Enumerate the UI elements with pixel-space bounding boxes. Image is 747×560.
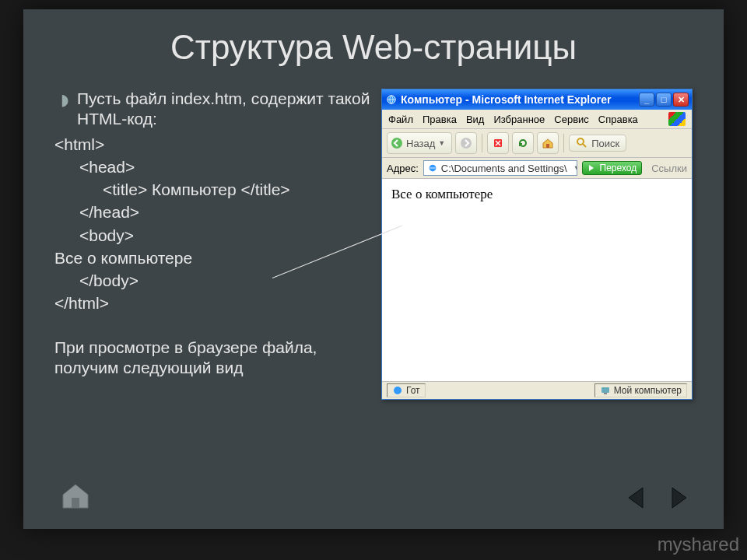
- svg-point-7: [394, 387, 402, 394]
- close-button[interactable]: ✕: [673, 93, 689, 107]
- svg-rect-4: [546, 144, 549, 148]
- menu-bar: Файл Правка Вид Избранное Сервис Справка: [382, 110, 692, 129]
- ie-window: Компьютер - Microsoft Internet Explorer …: [381, 89, 693, 400]
- watermark: myshared: [658, 534, 739, 555]
- note-text: При просмотре в браузере файла, получим …: [54, 338, 374, 379]
- address-value: C:\Documents and Settings\: [441, 163, 567, 174]
- menu-favorites[interactable]: Избранное: [493, 114, 545, 125]
- ie-page-icon: [427, 163, 438, 173]
- menu-help[interactable]: Справка: [598, 114, 638, 125]
- menu-edit[interactable]: Правка: [423, 114, 457, 125]
- bullet-item: ◗ Пусть файл index.htm, содержит такой H…: [61, 89, 374, 130]
- refresh-button[interactable]: [512, 132, 534, 154]
- search-button[interactable]: Поиск: [569, 135, 626, 152]
- search-label: Поиск: [591, 138, 619, 149]
- code-line-8: </html>: [54, 293, 374, 313]
- computer-icon: [600, 385, 611, 396]
- svg-rect-9: [604, 393, 607, 394]
- status-ready: Гот: [387, 383, 426, 397]
- content-row: ◗ Пусть файл index.htm, содержит такой H…: [54, 89, 693, 400]
- chevron-down-icon: ▼: [438, 139, 445, 147]
- nav-buttons: [619, 484, 696, 512]
- svg-point-1: [391, 138, 402, 149]
- svg-point-5: [577, 138, 584, 145]
- page-content: Все о компьютере: [391, 187, 493, 201]
- windows-flag-icon: [668, 112, 686, 126]
- code-line-4: </head>: [79, 202, 374, 222]
- code-line-2: <head>: [79, 157, 374, 177]
- back-label: Назад: [406, 138, 435, 149]
- stop-button[interactable]: [487, 132, 509, 154]
- window-controls: _ □ ✕: [639, 93, 689, 107]
- go-button[interactable]: Переход: [582, 161, 643, 175]
- menu-view[interactable]: Вид: [466, 114, 485, 125]
- status-bar: Гот Мой компьютер: [382, 381, 692, 399]
- slide: Структура Web-страницы ◗ Пусть файл inde…: [23, 9, 724, 529]
- home-button[interactable]: [537, 132, 559, 154]
- bullet-icon: ◗: [61, 90, 69, 110]
- svg-point-2: [461, 138, 472, 149]
- go-label: Переход: [600, 163, 637, 173]
- menu-file[interactable]: Файл: [388, 114, 413, 125]
- left-column: ◗ Пусть файл index.htm, содержит такой H…: [54, 89, 374, 400]
- menu-tools[interactable]: Сервис: [554, 114, 589, 125]
- slide-title: Структура Web-страницы: [54, 28, 693, 67]
- code-line-3: <title> Компьютер </title>: [103, 180, 374, 200]
- bullet-text: Пусть файл index.htm, содержит такой HTM…: [77, 89, 374, 130]
- svg-rect-10: [72, 498, 79, 508]
- address-label: Адрес:: [387, 163, 419, 174]
- address-bar: Адрес: C:\Documents and Settings\ ▼ Пере…: [382, 158, 692, 179]
- code-line-5: <body>: [79, 226, 374, 246]
- address-input[interactable]: C:\Documents and Settings\ ▼: [423, 160, 577, 176]
- svg-rect-8: [601, 387, 609, 393]
- maximize-button[interactable]: □: [656, 93, 672, 107]
- links-label[interactable]: Ссылки: [647, 163, 687, 174]
- nav-prev-button[interactable]: [619, 484, 652, 512]
- code-line-7: </body>: [79, 271, 374, 291]
- chevron-down-icon[interactable]: ▼: [573, 164, 577, 172]
- minimize-button[interactable]: _: [639, 93, 654, 107]
- ie-icon: [392, 385, 403, 396]
- nav-next-button[interactable]: [663, 484, 696, 512]
- ie-icon: [385, 93, 398, 106]
- browser-mock: Компьютер - Microsoft Internet Explorer …: [381, 89, 693, 400]
- titlebar: Компьютер - Microsoft Internet Explorer …: [382, 89, 692, 110]
- browser-viewport: Все о компьютере: [382, 179, 692, 381]
- window-title: Компьютер - Microsoft Internet Explorer: [401, 93, 639, 106]
- code-line-1: <html>: [54, 135, 374, 155]
- nav-home-button[interactable]: [59, 482, 92, 510]
- forward-button[interactable]: [455, 132, 477, 154]
- toolbar: Назад ▼: [382, 129, 692, 158]
- back-button[interactable]: Назад ▼: [387, 132, 452, 154]
- code-line-6: Все о компьютере: [54, 248, 374, 268]
- status-zone: Мой компьютер: [594, 383, 687, 397]
